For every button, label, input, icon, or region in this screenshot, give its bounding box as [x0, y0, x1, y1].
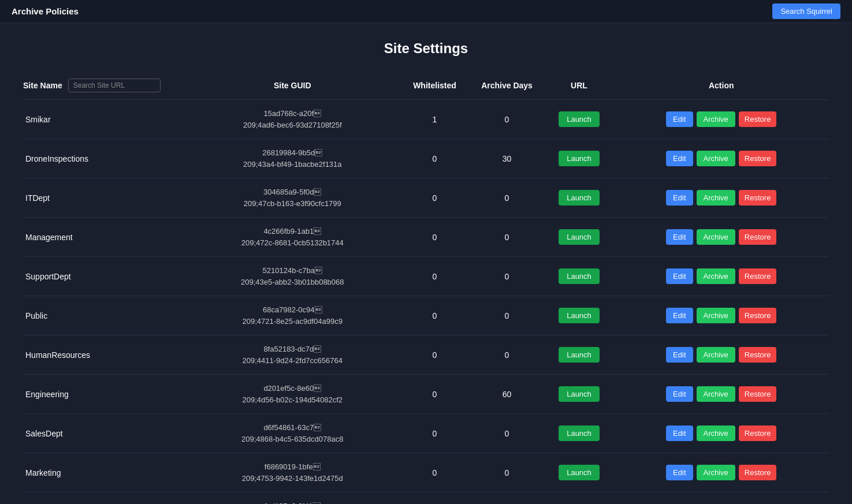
top-navigation: Archive Policies Search Squirrel	[0, 0, 852, 23]
cell-whitelisted: 0	[400, 311, 470, 320]
cell-whitelisted: 0	[400, 350, 470, 360]
restore-button[interactable]: Restore	[739, 190, 777, 206]
edit-button[interactable]: Edit	[666, 190, 693, 206]
archive-button[interactable]: Archive	[697, 386, 735, 402]
edit-button[interactable]: Edit	[666, 151, 693, 166]
header-url: URL	[545, 81, 614, 90]
cell-url: Launch	[545, 190, 614, 206]
archive-button[interactable]: Archive	[697, 111, 735, 127]
table-row: Management 4c266fb9‑1ab1209;472c‑8681‑0…	[23, 217, 829, 256]
cell-url: Launch	[545, 111, 614, 127]
table-body: Smikar 15ad768c‑a20f209;4ad6‑bec6‑93d27…	[23, 99, 829, 504]
archive-button[interactable]: Archive	[697, 268, 735, 284]
cell-site-name: SupportDept	[23, 272, 185, 281]
cell-actions: Edit Archive Restore	[614, 111, 829, 127]
archive-button[interactable]: Archive	[697, 425, 735, 441]
launch-button[interactable]: Launch	[559, 386, 600, 402]
launch-button[interactable]: Launch	[559, 268, 600, 284]
archive-button[interactable]: Archive	[697, 308, 735, 323]
cell-archive-days: 0	[470, 193, 545, 203]
cell-url: Launch	[545, 308, 614, 323]
cell-site-name: Smikar	[23, 115, 185, 124]
edit-button[interactable]: Edit	[666, 425, 693, 441]
cell-archive-days: 0	[470, 311, 545, 320]
cell-archive-days: 60	[470, 390, 545, 399]
cell-url: Launch	[545, 347, 614, 363]
cell-actions: Edit Archive Restore	[614, 151, 829, 166]
launch-button[interactable]: Launch	[559, 151, 600, 166]
cell-site-name: DroneInspections	[23, 154, 185, 163]
edit-button[interactable]: Edit	[666, 308, 693, 323]
cell-url: Launch	[545, 386, 614, 402]
cell-whitelisted: 0	[400, 468, 470, 477]
cell-actions: Edit Archive Restore	[614, 425, 829, 441]
edit-button[interactable]: Edit	[666, 347, 693, 363]
launch-button[interactable]: Launch	[559, 111, 600, 127]
cell-actions: Edit Archive Restore	[614, 268, 829, 284]
cell-whitelisted: 0	[400, 193, 470, 203]
launch-button[interactable]: Launch	[559, 190, 600, 206]
restore-button[interactable]: Restore	[739, 151, 777, 166]
cell-whitelisted: 0	[400, 233, 470, 242]
table-row: Marketing f6869019‑1bfe209;4753‑9942‑14…	[23, 453, 829, 492]
app-title: Archive Policies	[12, 6, 79, 16]
launch-button[interactable]: Launch	[559, 425, 600, 441]
header-guid: Site GUID	[185, 81, 400, 90]
restore-button[interactable]: Restore	[739, 386, 777, 402]
cell-whitelisted: 0	[400, 272, 470, 281]
table-row: Engineering d201ef5c‑8e60209;4d56‑b02c‑…	[23, 374, 829, 413]
table-row: Public 68ca7982‑0c94209;4721‑8e25‑ac9df…	[23, 296, 829, 335]
archive-button[interactable]: Archive	[697, 229, 735, 245]
archive-button[interactable]: Archive	[697, 190, 735, 206]
edit-button[interactable]: Edit	[666, 386, 693, 402]
cell-url: Launch	[545, 425, 614, 441]
restore-button[interactable]: Restore	[739, 229, 777, 245]
cell-whitelisted: 0	[400, 390, 470, 399]
restore-button[interactable]: Restore	[739, 465, 777, 480]
cell-site-name: Management	[23, 233, 185, 242]
restore-button[interactable]: Restore	[739, 347, 777, 363]
cell-archive-days: 0	[470, 350, 545, 360]
launch-button[interactable]: Launch	[559, 347, 600, 363]
cell-actions: Edit Archive Restore	[614, 347, 829, 363]
table-row: ITDept 304685a9‑5f0d209;47cb‑b163‑e3f90…	[23, 178, 829, 217]
cell-guid: fed195e6‑8f41209;47d7‑a534‑1db0f463172c	[185, 501, 400, 504]
archive-button[interactable]: Archive	[697, 347, 735, 363]
launch-button[interactable]: Launch	[559, 465, 600, 480]
cell-guid: d6f54861‑63c7209;4868‑b4c5‑635dcd078ac8	[185, 422, 400, 445]
edit-button[interactable]: Edit	[666, 268, 693, 284]
search-squirrel-button[interactable]: Search Squirrel	[772, 3, 840, 19]
cell-actions: Edit Archive Restore	[614, 386, 829, 402]
cell-site-name: Engineering	[23, 390, 185, 399]
cell-archive-days: 0	[470, 233, 545, 242]
cell-archive-days: 0	[470, 272, 545, 281]
edit-button[interactable]: Edit	[666, 229, 693, 245]
search-site-input[interactable]	[68, 79, 161, 92]
table-row: SalesDept d6f54861‑63c7209;4868‑b4c5‑63…	[23, 413, 829, 453]
archive-button[interactable]: Archive	[697, 465, 735, 480]
cell-whitelisted: 0	[400, 154, 470, 163]
table-row: SupportDept 5210124b‑c7ba209;43e5‑abb2‑…	[23, 256, 829, 296]
archive-button[interactable]: Archive	[697, 151, 735, 166]
cell-actions: Edit Archive Restore	[614, 465, 829, 480]
restore-button[interactable]: Restore	[739, 425, 777, 441]
cell-actions: Edit Archive Restore	[614, 190, 829, 206]
header-action: Action	[614, 81, 829, 90]
cell-guid: 4c266fb9‑1ab1209;472c‑8681‑0cb5132b1744	[185, 226, 400, 248]
launch-button[interactable]: Launch	[559, 229, 600, 245]
restore-button[interactable]: Restore	[739, 308, 777, 323]
restore-button[interactable]: Restore	[739, 111, 777, 127]
table-row: Finance fed195e6‑8f41209;47d7‑a534‑1db0…	[23, 492, 829, 504]
launch-button[interactable]: Launch	[559, 308, 600, 323]
cell-site-name: Public	[23, 311, 185, 320]
page-title: Site Settings	[23, 40, 829, 57]
restore-button[interactable]: Restore	[739, 268, 777, 284]
edit-button[interactable]: Edit	[666, 111, 693, 127]
header-whitelisted: Whitelisted	[400, 81, 470, 90]
cell-actions: Edit Archive Restore	[614, 229, 829, 245]
cell-guid: 15ad768c‑a20f209;4ad6‑bec6‑93d27108f25f	[185, 108, 400, 130]
cell-site-name: Marketing	[23, 468, 185, 477]
table-row: DroneInspections 26819984‑9b5d209;43a4‑…	[23, 139, 829, 178]
cell-guid: 304685a9‑5f0d209;47cb‑b163‑e3f90cfc1799	[185, 186, 400, 209]
edit-button[interactable]: Edit	[666, 465, 693, 480]
